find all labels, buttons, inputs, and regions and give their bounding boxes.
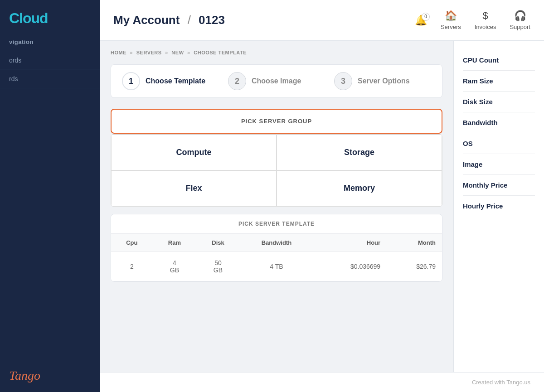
group-memory[interactable]: Memory [277, 170, 442, 206]
panel-cpu-count: CPU Count [463, 50, 535, 71]
panel-ram-size: Ram Size [463, 71, 535, 92]
step-2-number: 2 [228, 72, 246, 90]
step-3-label: Server Options [358, 77, 410, 85]
bell-wrapper: 🔔 0 [415, 15, 427, 26]
panel-image: Image [463, 154, 535, 175]
step-2[interactable]: 2 Choose Image [228, 72, 325, 90]
sidebar-item-2[interactable]: rds [0, 70, 100, 88]
footer-label: Created with Tango.us [472, 379, 530, 386]
servers-label: Servers [441, 24, 461, 30]
step-1-number: 1 [122, 72, 140, 90]
bell-badge: 0 [422, 13, 430, 21]
cell-month: $26.79 [387, 252, 442, 281]
tango-logo: Tango [9, 368, 40, 383]
col-hour: Hour [313, 234, 387, 252]
cell-disk: 50GB [196, 252, 239, 281]
group-flex[interactable]: Flex [111, 170, 277, 206]
server-template-section: PICK SERVER TEMPLATE Cpu Ram Disk Bandwi… [111, 214, 442, 282]
col-disk: Disk [196, 234, 239, 252]
sidebar: Cloud vigation ords rds Tango [0, 0, 100, 392]
col-month: Month [387, 234, 442, 252]
support-icon: 🎧 [514, 10, 526, 22]
col-ram: Ram [153, 234, 197, 252]
cell-ram: 4GB [153, 252, 197, 281]
group-storage[interactable]: Storage [277, 135, 442, 170]
pick-server-group-button[interactable]: PICK SERVER GROUP [111, 109, 442, 134]
col-cpu: Cpu [111, 234, 153, 252]
panel-os: OS [463, 133, 535, 154]
step-3-number: 3 [334, 72, 352, 90]
nav-support[interactable]: 🎧 Support [510, 10, 530, 30]
main-content: My Account / 0123 🔔 0 🏠 Servers $ Invoic… [100, 0, 544, 392]
breadcrumb: HOME » SERVERS » NEW » CHOOSE TEMPLATE [111, 50, 442, 55]
header: My Account / 0123 🔔 0 🏠 Servers $ Invoic… [100, 0, 544, 41]
support-label: Support [510, 24, 530, 30]
server-groups: Compute Storage Flex Memory [111, 134, 442, 207]
content-area: HOME » SERVERS » NEW » CHOOSE TEMPLATE 1… [100, 41, 544, 372]
step-2-label: Choose Image [252, 77, 301, 85]
panel-disk-size: Disk Size [463, 92, 535, 112]
group-compute[interactable]: Compute [111, 135, 277, 170]
cell-bandwidth: 4 TB [240, 252, 313, 281]
steps-container: 1 Choose Template 2 Choose Image 3 Serve… [111, 64, 442, 98]
template-table: Cpu Ram Disk Bandwidth Hour Month 2 4GB [111, 234, 442, 281]
left-panel: HOME » SERVERS » NEW » CHOOSE TEMPLATE 1… [100, 41, 453, 372]
table-row[interactable]: 2 4GB 50GB 4 TB $0.036699 $26.79 [111, 252, 442, 281]
sidebar-nav-label: vigation [0, 35, 100, 51]
col-bandwidth: Bandwidth [240, 234, 313, 252]
nav-servers[interactable]: 🏠 Servers [441, 10, 461, 30]
sidebar-bottom: Tango [9, 368, 40, 383]
step-1[interactable]: 1 Choose Template [122, 72, 219, 90]
invoices-label: Invoices [475, 24, 496, 30]
servers-icon: 🏠 [445, 10, 457, 22]
invoices-icon: $ [482, 10, 488, 22]
account-label: My Account [113, 13, 180, 27]
footer: Created with Tango.us [100, 372, 544, 392]
notification-bell[interactable]: 🔔 0 [415, 15, 427, 26]
cell-hour: $0.036699 [313, 252, 387, 281]
panel-monthly-price: Monthly Price [463, 175, 535, 196]
header-separator: / [188, 13, 194, 27]
sidebar-item-1[interactable]: ords [0, 51, 100, 70]
panel-hourly-price: Hourly Price [463, 196, 535, 216]
nav-invoices[interactable]: $ Invoices [475, 10, 496, 30]
cell-cpu: 2 [111, 252, 153, 281]
right-panel: CPU Count Ram Size Disk Size Bandwidth O… [453, 41, 544, 372]
pick-template-label: PICK SERVER TEMPLATE [111, 214, 442, 234]
header-title: My Account / 0123 [113, 13, 225, 27]
step-1-label: Choose Template [146, 77, 205, 85]
step-3[interactable]: 3 Server Options [334, 72, 431, 90]
sidebar-logo: Cloud [0, 0, 100, 35]
account-id: 0123 [199, 13, 225, 27]
panel-bandwidth: Bandwidth [463, 112, 535, 133]
header-nav: 🔔 0 🏠 Servers $ Invoices 🎧 Support [415, 10, 530, 30]
